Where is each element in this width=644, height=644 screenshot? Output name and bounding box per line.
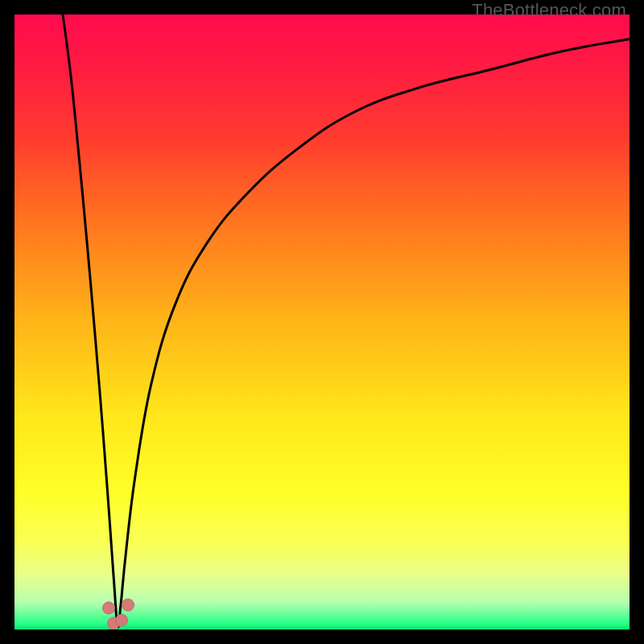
- plot-area: [14, 14, 630, 630]
- watermark-text: TheBottleneck.com: [472, 0, 626, 21]
- curve-layer: [14, 14, 630, 630]
- bottleneck-curve: [63, 14, 630, 627]
- trough-marker: [103, 602, 115, 614]
- trough-marker: [122, 599, 134, 611]
- trough-markers: [103, 599, 134, 630]
- chart-frame: TheBottleneck.com: [0, 0, 644, 644]
- trough-marker: [116, 614, 128, 626]
